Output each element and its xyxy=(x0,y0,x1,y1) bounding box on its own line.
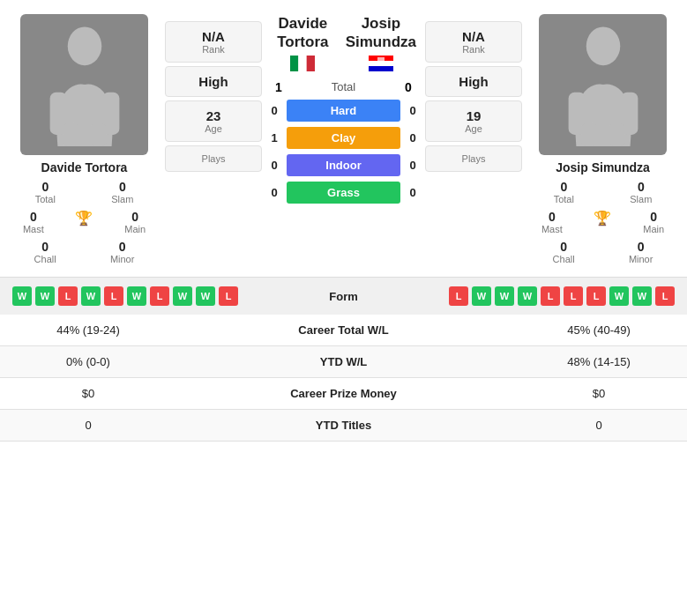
left-player-numbers: 0 Total 0 Slam 0 Mast 🏆 xyxy=(7,180,161,270)
right-player-numbers: 0 Total 0 Slam 0 Mast 🏆 xyxy=(526,180,680,270)
table-row: $0Career Prize Money$0 xyxy=(0,378,687,410)
total-right-score: 0 xyxy=(395,80,422,94)
right-center-stats: N/A Rank High 19 Age Plays xyxy=(425,21,522,270)
right-plays-box: Plays xyxy=(425,145,522,172)
clay-badge: Clay xyxy=(287,127,400,149)
left-player-avatar xyxy=(20,14,148,155)
center-col: Davide Tortora Josip Simundza xyxy=(265,14,422,270)
left-plays-label: Plays xyxy=(202,153,226,164)
left-name-flag: Davide Tortora xyxy=(265,14,340,71)
right-slam-label: Slam xyxy=(630,194,652,204)
left-form-badge: W xyxy=(173,286,192,306)
right-minor-label: Minor xyxy=(629,254,653,264)
right-mast-value: 0 xyxy=(549,210,556,224)
right-trophy-cell: 🏆 xyxy=(594,210,611,234)
stat-left-value: 0% (0-0) xyxy=(0,346,176,378)
right-high-box: High xyxy=(425,66,522,97)
stat-left-value: 0 xyxy=(0,410,176,442)
right-form-badge: L xyxy=(541,286,560,306)
left-mast-label: Mast xyxy=(23,224,44,234)
left-rank-box: N/A Rank xyxy=(165,21,262,63)
italy-flag-icon xyxy=(290,56,315,71)
stats-table: 44% (19-24)Career Total W/L45% (40-49)0%… xyxy=(0,315,687,442)
left-rank-label: Rank xyxy=(202,44,225,55)
indoor-row: 0 Indoor 0 xyxy=(265,154,422,176)
right-minor-value: 0 xyxy=(638,240,645,254)
left-mast-cell: 0 Mast xyxy=(23,210,44,234)
form-label: Form xyxy=(309,290,379,303)
stat-center-label: Career Prize Money xyxy=(176,378,511,410)
indoor-badge: Indoor xyxy=(287,154,400,176)
svg-point-0 xyxy=(67,26,101,65)
left-form-badge: W xyxy=(35,286,55,306)
left-age-label: Age xyxy=(205,123,222,134)
right-form-badge: W xyxy=(609,286,629,306)
left-form-badge: W xyxy=(12,286,32,306)
right-mast-label: Mast xyxy=(541,224,563,234)
clay-row: 1 Clay 0 xyxy=(265,127,422,149)
right-main-label: Main xyxy=(643,224,664,234)
table-row: 44% (19-24)Career Total W/L45% (40-49) xyxy=(0,315,687,346)
clay-left-score: 1 xyxy=(265,131,283,145)
right-name-flag: Josip Simundza xyxy=(340,14,422,71)
left-form-badge: W xyxy=(196,286,215,306)
right-age-box: 19 Age xyxy=(425,100,522,142)
right-plays-label: Plays xyxy=(462,153,486,164)
left-stats-row3: 0 Chall 0 Minor xyxy=(7,240,161,264)
right-big-name: Josip Simundza xyxy=(340,14,422,52)
right-slam-value: 0 xyxy=(638,180,645,194)
left-form-badge: L xyxy=(58,286,78,306)
stat-right-value: 0 xyxy=(511,410,687,442)
right-form-badge: L xyxy=(655,286,675,306)
right-rank-label: Rank xyxy=(462,44,485,55)
left-minor-label: Minor xyxy=(110,254,135,264)
left-player-silhouette xyxy=(45,23,124,146)
right-form-badge: W xyxy=(632,286,652,306)
total-label: Total xyxy=(292,80,395,93)
left-chall-label: Chall xyxy=(34,254,56,264)
left-stats-row2: 0 Mast 🏆 0 Main xyxy=(7,210,161,234)
left-form: WWLWLWLWWL xyxy=(12,286,302,306)
grass-right-score: 0 xyxy=(404,186,422,199)
right-chall-cell: 0 Chall xyxy=(553,240,575,264)
left-trophy-icon: 🏆 xyxy=(75,210,93,226)
left-slam-value: 0 xyxy=(119,180,126,194)
stat-center-label: YTD Titles xyxy=(176,410,511,442)
left-trophy-cell: 🏆 xyxy=(75,210,93,234)
left-high-box: High xyxy=(165,66,262,97)
total-left-score: 1 xyxy=(265,80,292,94)
left-form-badge: L xyxy=(104,286,123,306)
stat-right-value: 48% (14-15) xyxy=(511,346,687,378)
right-form-badge: L xyxy=(586,286,606,306)
left-mast-value: 0 xyxy=(30,210,37,224)
left-player-col: Davide Tortora 0 Total 0 Slam 0 Mast xyxy=(7,14,161,270)
right-form-badge: W xyxy=(495,286,514,306)
stat-left-value: 44% (19-24) xyxy=(0,315,176,346)
left-total-label: Total xyxy=(35,194,56,204)
left-center-stats: N/A Rank High 23 Age Plays xyxy=(165,21,262,270)
right-stats-row3: 0 Chall 0 Minor xyxy=(526,240,680,264)
left-rank-value: N/A xyxy=(202,29,225,44)
right-minor-cell: 0 Minor xyxy=(629,240,653,264)
svg-rect-5 xyxy=(290,56,298,71)
center-header: Davide Tortora Josip Simundza xyxy=(265,14,422,77)
right-total-value: 0 xyxy=(560,180,567,194)
right-player-silhouette xyxy=(564,23,643,146)
right-rank-value: N/A xyxy=(462,29,485,44)
table-row: 0% (0-0)YTD W/L48% (14-15) xyxy=(0,346,687,378)
left-flag-container xyxy=(290,56,315,71)
left-form-badge: W xyxy=(81,286,101,306)
right-chall-value: 0 xyxy=(560,240,567,254)
right-rank-box: N/A Rank xyxy=(425,21,522,63)
right-form-badge: W xyxy=(518,286,537,306)
right-high-value: High xyxy=(459,74,488,89)
right-mast-cell: 0 Mast xyxy=(541,210,563,234)
right-age-value: 19 xyxy=(467,108,482,123)
right-age-label: Age xyxy=(465,123,482,134)
right-total-label: Total xyxy=(554,194,574,204)
svg-rect-6 xyxy=(299,56,307,71)
right-form-badge: L xyxy=(564,286,583,306)
left-high-value: High xyxy=(198,74,228,89)
right-player-name: Josip Simundza xyxy=(556,160,650,174)
right-chall-label: Chall xyxy=(553,254,575,264)
